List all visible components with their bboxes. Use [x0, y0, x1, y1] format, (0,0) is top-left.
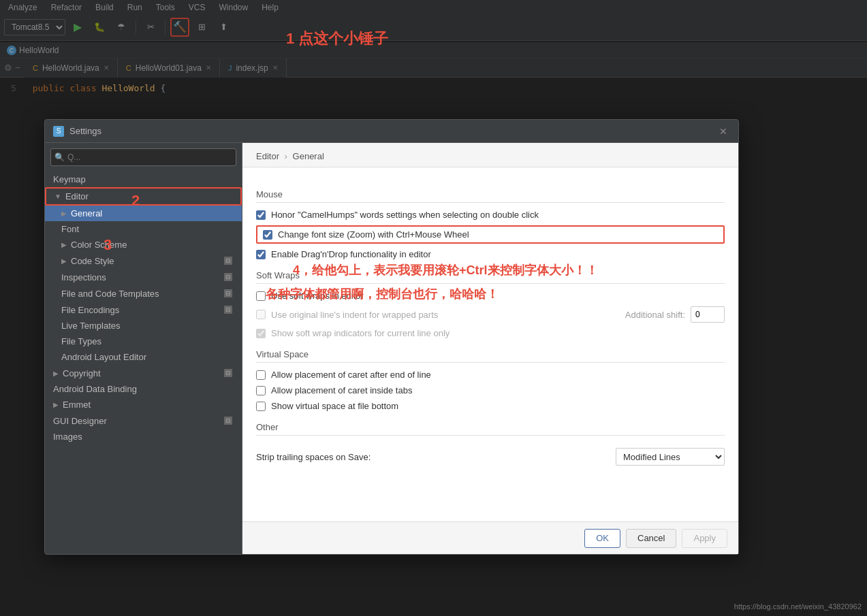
tree-android-data[interactable]: Android Data Binding [45, 381, 242, 397]
gui-designer-badge: ⊟ [223, 415, 234, 426]
tree-android-layout[interactable]: Android Layout Editor [45, 349, 242, 365]
sw-checkbox1[interactable] [256, 291, 266, 301]
content-breadcrumb: Editor › General [256, 151, 725, 161]
settings-dialog: S Settings ✕ 🔍 Keymap ▼ Editor ▶ General [44, 119, 739, 555]
dialog-footer: OK Cancel Apply [242, 521, 738, 554]
other-section: Other Strip trailing spaces on Save: Non… [256, 422, 725, 471]
watermark: https://blog.csdn.net/weixin_43820962 [734, 602, 862, 611]
live-templates-label: Live Templates [61, 321, 120, 331]
tree-editor[interactable]: ▼ Editor [45, 187, 242, 206]
dialog-body: 🔍 Keymap ▼ Editor ▶ General Font ▶ Color… [45, 143, 738, 554]
ok-button[interactable]: OK [584, 529, 620, 548]
vs-checkbox3-row: Show virtual space at file bottom [256, 401, 725, 411]
vs-checkbox1-row: Allow placement of caret after end of li… [256, 370, 725, 380]
color-scheme-chevron: ▶ [61, 241, 67, 248]
tree-code-style[interactable]: ▶ Code Style ⊟ [45, 253, 242, 269]
apply-button[interactable]: Apply [682, 529, 727, 548]
checkbox-camelhumps[interactable] [256, 210, 266, 220]
sw-checkbox2-row: Use original line's indent for wrapped p… [256, 306, 725, 323]
vs-checkbox3[interactable] [256, 402, 266, 411]
checkbox-zoom-label: Change font size (Zoom) with Ctrl+Mouse … [278, 229, 469, 240]
soft-wraps-title: Soft Wraps [256, 270, 725, 284]
gui-designer-label: GUI Designer [53, 416, 107, 426]
inspections-label: Inspections [61, 272, 106, 282]
vs-checkbox2[interactable] [256, 386, 266, 395]
tree-font[interactable]: Font [45, 221, 242, 237]
sw-checkbox3-row: Show soft wrap indicators for current li… [256, 328, 725, 338]
checkbox-camelhumps-row: Honor "CamelHumps" words settings when s… [256, 210, 725, 220]
strip-trailing-label: Strip trailing spaces on Save: [256, 452, 608, 462]
virtual-space-section: Virtual Space Allow placement of caret a… [256, 349, 725, 411]
mouse-section: Mouse Honor "CamelHumps" words settings … [256, 189, 725, 259]
images-label: Images [53, 432, 82, 442]
tree-images[interactable]: Images [45, 429, 242, 444]
tree-color-scheme[interactable]: ▶ Color Scheme [45, 237, 242, 253]
settings-content: Editor › General Mouse Honor "CamelHumps… [242, 143, 738, 554]
tree-file-encodings[interactable]: File Encodings ⊟ [45, 302, 242, 318]
sw-checkbox3[interactable] [256, 329, 266, 338]
editor-chevron: ▼ [54, 193, 61, 200]
vs-checkbox1-label: Allow placement of caret after end of li… [271, 370, 431, 380]
checkbox-dragdrop-label: Enable Drag'n'Drop functionality in edit… [271, 249, 431, 259]
android-data-label: Android Data Binding [53, 384, 137, 394]
breadcrumb-separator: › [285, 151, 287, 161]
file-code-templates-label: File and Code Templates [61, 289, 159, 299]
general-chevron: ▶ [61, 210, 67, 217]
search-icon: 🔍 [54, 152, 65, 162]
tree-gui-designer[interactable]: GUI Designer ⊟ [45, 412, 242, 429]
breadcrumb-part2: General [293, 151, 324, 161]
copyright-chevron: ▶ [53, 370, 59, 377]
code-style-label: Code Style [71, 256, 114, 266]
settings-search-input[interactable] [50, 148, 236, 166]
vs-checkbox3-label: Show virtual space at file bottom [271, 401, 398, 411]
editor-label: Editor [65, 191, 89, 201]
inspections-badge: ⊟ [223, 272, 234, 282]
content-header: Editor › General [242, 143, 738, 167]
emmet-label: Emmet [63, 400, 91, 410]
code-style-chevron: ▶ [61, 257, 67, 265]
sw-checkbox1-label: Use soft wraps in editor [271, 291, 364, 301]
tree-emmet[interactable]: ▶ Emmet [45, 397, 242, 412]
tree-file-code-templates[interactable]: File and Code Templates ⊟ [45, 285, 242, 302]
sw-checkbox2-label: Use original line's indent for wrapped p… [271, 310, 438, 320]
file-encodings-badge: ⊟ [223, 304, 234, 315]
vs-checkbox2-row: Allow placement of caret inside tabs [256, 385, 725, 395]
tree-general[interactable]: ▶ General [45, 206, 242, 221]
file-encodings-label: File Encodings [61, 305, 119, 315]
tree-copyright[interactable]: ▶ Copyright ⊟ [45, 365, 242, 381]
tree-keymap[interactable]: Keymap [45, 172, 242, 187]
breadcrumb-part1: Editor [256, 151, 279, 161]
strip-trailing-dropdown[interactable]: None Leading All Modified Lines [616, 448, 725, 466]
checkbox-camelhumps-label: Honor "CamelHumps" words settings when s… [271, 210, 539, 220]
settings-tree: 🔍 Keymap ▼ Editor ▶ General Font ▶ Color… [45, 143, 242, 554]
soft-wraps-section: Soft Wraps Use soft wraps in editor Use … [256, 270, 725, 338]
vs-checkbox2-label: Allow placement of caret inside tabs [271, 385, 412, 395]
sw-checkbox2[interactable] [256, 310, 266, 319]
dialog-title-bar: S Settings ✕ [45, 120, 738, 143]
checkbox-dragdrop-row: Enable Drag'n'Drop functionality in edit… [256, 249, 725, 259]
tree-live-templates[interactable]: Live Templates [45, 318, 242, 334]
virtual-space-title: Virtual Space [256, 349, 725, 363]
keymap-label: Keymap [53, 174, 86, 184]
checkbox-zoom-row-highlighted: Change font size (Zoom) with Ctrl+Mouse … [256, 225, 725, 244]
file-types-label: File Types [61, 336, 101, 346]
copyright-badge: ⊟ [223, 368, 234, 378]
sw-checkbox1-row: Use soft wraps in editor [256, 291, 725, 301]
cancel-button[interactable]: Cancel [626, 529, 676, 548]
dialog-close-button[interactable]: ✕ [716, 125, 730, 138]
search-box: 🔍 [50, 148, 236, 166]
vs-checkbox1[interactable] [256, 370, 266, 380]
additional-shift-input[interactable] [691, 306, 725, 323]
color-scheme-label: Color Scheme [71, 240, 127, 250]
checkbox-dragdrop[interactable] [256, 250, 266, 259]
sw-checkbox3-label: Show soft wrap indicators for current li… [271, 328, 450, 338]
tree-file-types[interactable]: File Types [45, 334, 242, 349]
emmet-chevron: ▶ [53, 401, 59, 408]
tree-inspections[interactable]: Inspections ⊟ [45, 269, 242, 285]
code-style-badge: ⊟ [223, 255, 234, 266]
dialog-title: Settings [69, 126, 716, 136]
additional-shift-label: Additional shift: [625, 310, 685, 320]
checkbox-zoom[interactable] [263, 230, 272, 240]
copyright-label: Copyright [63, 368, 101, 378]
content-body: Mouse Honor "CamelHumps" words settings … [242, 167, 738, 521]
